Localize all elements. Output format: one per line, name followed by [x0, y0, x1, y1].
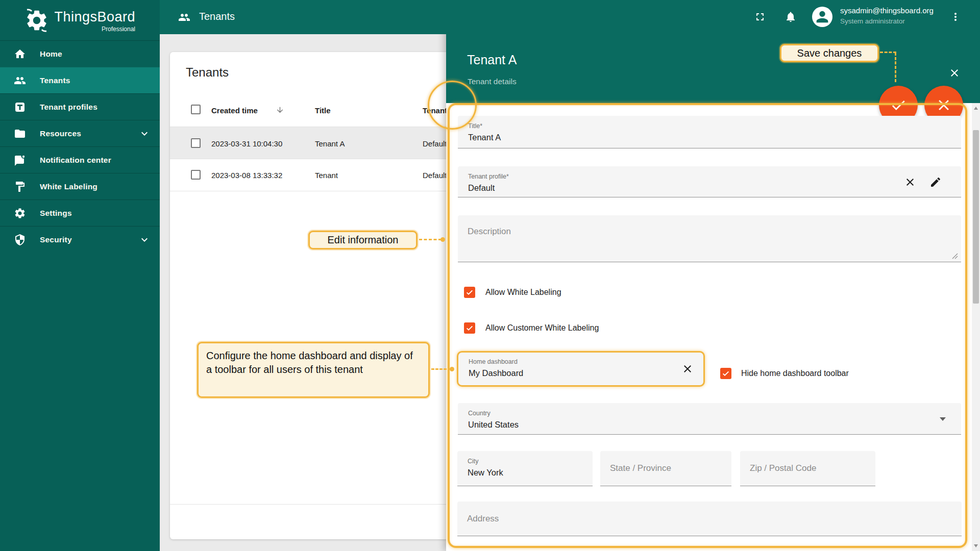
sort-descending-icon[interactable]	[276, 106, 284, 114]
tenant-profile-field[interactable]: Tenant profile* Default	[458, 166, 961, 197]
row-checkbox[interactable]	[191, 170, 201, 180]
person-icon	[814, 8, 831, 26]
page-title: Tenants	[199, 11, 235, 22]
notifications-bell-icon[interactable]	[785, 11, 797, 23]
clear-icon[interactable]	[904, 176, 916, 188]
cell-created-time[interactable]: 2023-03-31 10:04:30	[211, 139, 282, 148]
save-changes-callout: Save changes	[780, 44, 879, 62]
sidebar-item-white-labeling[interactable]: White Labeling	[0, 173, 160, 199]
scroll-up-arrow[interactable]	[974, 107, 978, 110]
scrollbar-thumb[interactable]	[973, 130, 979, 304]
callout-connector	[419, 239, 442, 240]
table-title: Tenants	[186, 65, 229, 80]
cell-title[interactable]: Tenant	[315, 171, 338, 180]
field-label: Country	[458, 403, 961, 417]
callout-connector	[431, 368, 451, 370]
row-checkbox[interactable]	[191, 138, 201, 148]
title-field[interactable]: Title* Tenant A	[458, 116, 961, 148]
close-icon[interactable]	[948, 67, 961, 79]
fullscreen-icon[interactable]	[754, 11, 766, 23]
country-select[interactable]: Country United States	[458, 403, 961, 435]
shield-icon	[14, 234, 26, 246]
cell-created-time[interactable]: 2023-03-08 13:33:32	[211, 171, 282, 180]
sidebar-item-security[interactable]: Security	[0, 226, 160, 253]
dropdown-caret-icon[interactable]	[940, 417, 946, 421]
sidebar-item-tenant-profiles[interactable]: Tenant profiles	[0, 93, 160, 120]
app-edition: Professional	[51, 26, 135, 33]
folder-icon	[14, 128, 26, 140]
tenant-profiles-icon	[14, 101, 26, 113]
scrollbar[interactable]	[972, 103, 980, 551]
edit-pencil-icon[interactable]	[929, 176, 942, 188]
field-placeholder: Address	[457, 502, 962, 536]
field-label: Title*	[458, 116, 961, 130]
checkbox-label: Allow White Labeling	[485, 288, 561, 297]
edit-information-callout: Edit information	[308, 231, 418, 249]
sidebar-item-resources[interactable]: Resources	[0, 120, 160, 146]
hide-home-dashboard-toolbar-checkbox[interactable]	[720, 368, 731, 379]
tenants-icon	[14, 74, 26, 87]
gear-icon	[14, 207, 26, 219]
notification-icon	[14, 154, 26, 166]
field-label: Tenant profile*	[458, 166, 961, 180]
field-label: City	[457, 451, 593, 465]
checkbox-label: Hide home dashboard toolbar	[741, 369, 849, 378]
kebab-menu-icon[interactable]	[949, 11, 962, 23]
state-province-field[interactable]: State / Province	[600, 451, 731, 486]
field-label: Home dashboard	[458, 353, 703, 365]
tenants-icon	[178, 11, 190, 23]
tenant-details-panel: Tenant A Tenant details Title* Tenant A …	[446, 0, 980, 551]
callout-connector	[880, 52, 896, 53]
cell-tenant-profile[interactable]: Default	[423, 171, 447, 180]
check-icon	[890, 96, 907, 114]
save-button-highlight-ring	[428, 81, 477, 130]
city-field[interactable]: City New York	[457, 451, 593, 486]
field-value: Tenant A	[458, 130, 961, 142]
resize-handle-icon[interactable]	[952, 253, 958, 259]
scroll-down-arrow[interactable]	[974, 544, 978, 547]
sidebar-item-home[interactable]: Home	[0, 40, 160, 67]
callout-connector-dot	[450, 367, 454, 371]
app-name: ThingsBoard	[51, 9, 135, 25]
panel-subtitle: Tenant details	[468, 77, 517, 86]
sidebar-item-notification-center[interactable]: Notification center	[0, 146, 160, 173]
home-icon	[14, 48, 26, 60]
user-role: System administrator	[840, 17, 905, 25]
check-icon	[722, 369, 730, 378]
allow-white-labeling-checkbox[interactable]	[464, 287, 475, 298]
field-placeholder: Description	[458, 215, 961, 237]
chevron-down-icon	[138, 234, 151, 246]
chevron-down-icon	[138, 128, 151, 140]
cell-tenant-profile[interactable]: Default	[423, 139, 447, 148]
callout-connector-dot	[440, 237, 445, 242]
check-icon	[465, 324, 474, 332]
column-header-created-time[interactable]: Created time	[211, 106, 258, 115]
field-placeholder: Zip / Postal Code	[740, 451, 875, 486]
zip-postal-code-field[interactable]: Zip / Postal Code	[740, 451, 875, 486]
field-value: My Dashboard	[458, 365, 703, 378]
home-dashboard-field[interactable]: Home dashboard My Dashboard	[457, 351, 705, 387]
user-email[interactable]: sysadmin@thingsboard.org	[840, 6, 934, 15]
logo[interactable]: ThingsBoard Professional	[0, 0, 160, 40]
check-icon	[465, 288, 474, 296]
description-field[interactable]: Description	[458, 215, 961, 262]
sidebar-item-settings[interactable]: Settings	[0, 199, 160, 226]
field-value: Default	[458, 180, 961, 193]
avatar[interactable]	[812, 7, 832, 27]
sidebar: ThingsBoard Professional Home Tenants Te…	[0, 0, 160, 551]
address-field[interactable]: Address	[457, 502, 962, 536]
field-value: New York	[457, 465, 593, 478]
callout-connector	[895, 53, 896, 82]
configure-home-dashboard-callout: Configure the home dashboard and display…	[197, 342, 430, 398]
clear-icon[interactable]	[681, 363, 694, 375]
field-value: United States	[458, 417, 961, 430]
cell-title[interactable]: Tenant A	[315, 139, 345, 148]
topbar: Tenants sysadmin@thingsboard.org System …	[160, 0, 980, 34]
field-placeholder: State / Province	[600, 451, 731, 486]
paint-icon	[14, 181, 26, 193]
sidebar-item-tenants[interactable]: Tenants	[0, 67, 160, 93]
panel-title: Tenant A	[467, 53, 517, 67]
column-header-title[interactable]: Title	[315, 106, 331, 115]
allow-customer-white-labeling-checkbox[interactable]	[464, 322, 475, 334]
select-all-checkbox[interactable]	[191, 105, 201, 114]
